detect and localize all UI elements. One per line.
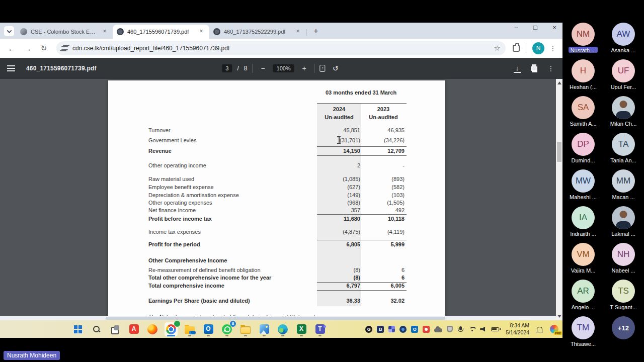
blue-circle-app-icon[interactable] [399,326,407,333]
pdf-actions: ↓ ⋮ [514,64,554,73]
download-icon[interactable]: ↓ [514,64,521,73]
windows-start-icon[interactable] [71,322,85,336]
copilot-icon[interactable]: PRE [550,325,558,333]
tab-title: 460_1715596071739.pdf [127,29,194,35]
forward-icon[interactable]: → [21,42,34,55]
new-tab-button[interactable]: + [310,25,322,37]
scroll-down-icon[interactable] [557,315,561,318]
participant-tile[interactable]: TMThisawe... [565,316,602,346]
zoom-out-button[interactable]: − [258,64,268,72]
participant-tile[interactable]: NMNusrath ... [565,23,602,53]
participant-tile[interactable]: HHeshan (... [565,59,602,89]
maximize-button[interactable]: □ [530,24,540,31]
file-explorer-icon [240,326,251,334]
whatsapp-icon[interactable]: 8 [220,322,233,336]
participant-tile[interactable]: UFUpul Fer... [605,59,642,89]
participant-tile[interactable]: Lakmal ... [605,206,642,236]
outlook-tray-icon[interactable]: O [411,326,418,333]
notifications-bell-icon[interactable] [537,327,542,332]
file-explorer-icon[interactable] [239,322,252,336]
tab-search-button[interactable] [4,26,14,36]
address-bar[interactable]: cdn.cse.lk/cmt/upload_report_file/460_17… [56,41,506,55]
participant-tile[interactable]: AWAsanka ... [605,23,642,53]
tab-close-icon[interactable]: × [294,28,302,36]
participant-tile[interactable]: Milan Ch... [605,96,642,126]
horizontal-scrollbar[interactable] [0,316,556,320]
participant-tile[interactable]: ARAngelo ... [565,280,602,310]
row-label: Employee benefit expense [148,184,304,190]
pdf-page: 03 months ended 31 March 2024 2023 Un-au… [108,80,445,320]
search-icon[interactable] [90,322,103,336]
minimize-button[interactable]: – [511,24,521,31]
participant-tile[interactable]: +12 [605,316,642,346]
browser-toolbar: ← → ↻ cdn.cse.lk/cmt/upload_report_file/… [0,39,562,58]
tab-close-icon[interactable]: × [101,28,109,36]
record-app-icon[interactable] [423,326,430,333]
participant-tile[interactable]: TST Sugant... [605,280,642,310]
outlook-icon[interactable]: O [202,322,215,336]
security-shield-icon[interactable] [447,326,453,332]
participant-tile[interactable]: TATania An... [605,133,642,163]
colored-app-icon[interactable] [388,326,395,332]
text-cursor [337,136,341,144]
site-settings-icon[interactable] [61,45,68,51]
pdf-more-icon[interactable]: ⋮ [547,64,554,72]
print-icon[interactable] [531,66,537,71]
b-app-icon[interactable]: B [377,326,384,333]
running-indicator [167,335,175,336]
wifi-icon[interactable] [468,326,475,332]
participant-tile[interactable]: NHNabeel ... [605,243,642,273]
adobe-acrobat-icon[interactable]: A [127,322,140,336]
page-number-input[interactable]: 3 [222,64,232,72]
edge-icon[interactable] [276,322,289,336]
participant-tile[interactable]: MMMacan ... [605,169,642,200]
task-view-icon[interactable] [109,322,122,336]
tab[interactable]: CSE - Colombo Stock Exchange× [16,25,113,39]
row-value-2023: (4,119) [351,229,405,235]
table-rule [317,240,407,240]
tab[interactable]: 460_1715596071739.pdf× [113,25,209,39]
extensions-icon[interactable] [513,45,520,52]
notification-badge: 8 [230,321,236,327]
taskbar-clock[interactable]: 8:34 AM 5/14/2024 [506,322,529,336]
bookmark-star-icon[interactable]: ☆ [494,44,501,53]
speaker-icon[interactable] [480,327,487,332]
participant-avatar: DP [572,133,595,156]
profile-avatar[interactable]: N [532,42,544,54]
onedrive-folder-icon[interactable] [183,322,196,336]
tab-close-icon[interactable]: × [197,28,205,36]
horizontal-scrollbar-thumb[interactable] [106,317,445,320]
back-icon[interactable]: ← [5,42,18,55]
excel-icon[interactable]: X [295,322,308,336]
zoom-level[interactable]: 100% [273,64,294,72]
photos-icon[interactable] [258,322,271,336]
col-sub-2024: Un-audited [317,114,361,120]
vertical-scrollbar-thumb[interactable] [557,142,561,162]
rotate-icon[interactable]: ↺ [331,64,341,72]
close-button[interactable]: × [549,24,559,31]
participant-tile[interactable]: SASamith A... [565,96,602,126]
participant-tile[interactable]: MWMaheshi ... [565,169,602,200]
vertical-scrollbar[interactable] [556,79,562,320]
pdf-viewport[interactable]: 03 months ended 31 March 2024 2023 Un-au… [0,79,562,320]
battery-icon[interactable] [491,327,499,331]
g-app-icon[interactable]: G [365,326,372,333]
pdf-menu-icon[interactable] [7,65,15,71]
browser-menu-icon[interactable]: ⋮ [548,44,557,52]
chrome-icon[interactable] [165,322,178,336]
zoom-in-button[interactable]: + [299,64,309,72]
firefox-icon[interactable] [146,322,159,336]
participant-tile[interactable]: IAIndrajith ... [565,206,602,236]
url-text[interactable]: cdn.cse.lk/cmt/upload_report_file/460_17… [72,45,490,52]
tab[interactable]: 460_1713752522299.pdf× [209,25,306,39]
onedrive-cloud-icon[interactable] [434,328,442,332]
participant-tile[interactable]: DPDumind... [565,133,602,163]
fit-page-icon[interactable]: ↕ [320,65,326,72]
scroll-up-icon[interactable] [557,81,561,84]
refresh-icon[interactable]: ↻ [37,42,50,55]
participant-name: Vajira M... [569,267,598,273]
participant-avatar: H [572,59,595,82]
participant-tile[interactable]: VMVajira M... [565,243,602,273]
microphone-icon[interactable] [459,326,462,330]
teams-icon[interactable]: T [313,322,327,336]
